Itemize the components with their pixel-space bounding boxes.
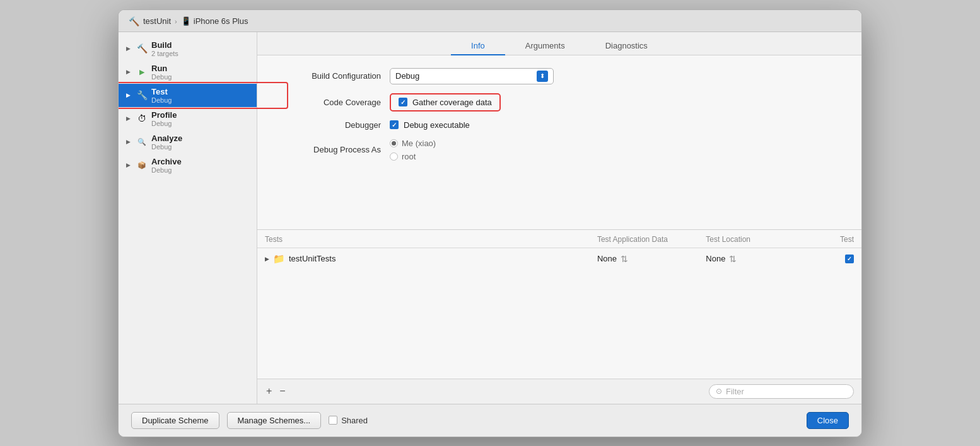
build-icon: 🔨 — [136, 43, 148, 54]
sidebar-item-profile[interactable]: ▶ ⏱ Profile Debug — [119, 107, 257, 130]
gather-coverage-checkbox[interactable] — [399, 98, 407, 106]
test-name-label: testUnitTests — [289, 254, 335, 263]
tab-diagnostics[interactable]: Diagnostics — [585, 37, 668, 55]
table-row: ▶ 📁 testUnitTests None ⇅ — [257, 248, 861, 270]
sidebar-item-sub: 2 targets — [151, 50, 178, 57]
gather-coverage-label: Gather coverage data — [412, 98, 492, 107]
radio-me-row: Me (xiao) — [390, 139, 436, 148]
test-checkbox-cell — [807, 248, 861, 270]
tests-table-body: ▶ 📁 testUnitTests None ⇅ — [257, 248, 861, 270]
device-name: iPhone 6s Plus — [194, 16, 248, 26]
duplicate-scheme-button[interactable]: Duplicate Scheme — [131, 412, 219, 429]
window-footer: Duplicate Scheme Manage Schemes... Share… — [119, 404, 861, 437]
col-test: Test — [807, 230, 861, 248]
scheme-name: testUnit — [143, 16, 171, 26]
profile-icon: ⏱ — [136, 113, 148, 123]
filter-placeholder: Filter — [726, 387, 744, 396]
debugger-label: Debugger — [283, 120, 390, 130]
coverage-highlight-box: Gather coverage data — [390, 93, 501, 112]
app-data-stepper-icon[interactable]: ⇅ — [621, 254, 628, 264]
sidebar-item-text: Archive Debug — [151, 157, 182, 174]
tab-info[interactable]: Info — [451, 37, 505, 55]
sidebar-item-test-wrapper: ▶ 🔧 Test Debug — [119, 84, 257, 107]
filter-input[interactable]: ⊙ Filter — [709, 384, 854, 399]
sidebar-item-text: Analyze Debug — [151, 134, 182, 151]
sidebar-item-analyze[interactable]: ▶ 🔍 Analyze Debug — [119, 130, 257, 154]
sidebar-item-arrow: ▶ — [126, 162, 132, 168]
breadcrumb-chevron: › — [175, 18, 177, 25]
dropdown-arrow-icon: ⬍ — [537, 71, 548, 82]
code-coverage-label: Code Coverage — [283, 98, 390, 107]
debug-process-radio-group: Me (xiao) root — [390, 139, 436, 161]
sidebar-item-text: Profile Debug — [151, 110, 177, 127]
scheme-icon: 🔨 — [129, 16, 139, 26]
build-config-label: Build Configuration — [283, 71, 390, 81]
table-footer: + − ⊙ Filter — [257, 379, 861, 404]
sidebar-item-arrow: ▶ — [126, 69, 132, 75]
scheme-editor-window: 🔨 testUnit › 📱 iPhone 6s Plus ▶ 🔨 Build … — [118, 9, 862, 437]
test-enabled-checkbox[interactable] — [845, 254, 854, 263]
sidebar-item-label: Archive — [151, 157, 182, 166]
col-tests: Tests — [257, 230, 590, 248]
shared-checkbox-row: Shared — [329, 416, 368, 425]
titlebar: 🔨 testUnit › 📱 iPhone 6s Plus — [119, 10, 861, 32]
sidebar-item-label: Profile — [151, 110, 177, 120]
location-stepper-icon[interactable]: ⇅ — [729, 254, 737, 264]
debug-process-row: Debug Process As Me (xiao) root — [283, 139, 836, 161]
radio-root-button[interactable] — [390, 152, 398, 161]
sidebar-item-sub: Debug — [151, 96, 172, 104]
window-body: ▶ 🔨 Build 2 targets ▶ ▶ Run Debug ▶ — [119, 32, 861, 404]
radio-root-label: root — [402, 152, 416, 161]
app-data-value: None — [597, 254, 617, 263]
analyze-icon: 🔍 — [136, 138, 148, 146]
sidebar: ▶ 🔨 Build 2 targets ▶ ▶ Run Debug ▶ — [119, 32, 257, 404]
location-value: None — [706, 254, 725, 263]
tab-bar: Info Arguments Diagnostics — [257, 32, 861, 55]
shared-label: Shared — [341, 416, 368, 425]
shared-checkbox[interactable] — [329, 416, 337, 425]
sidebar-item-text: Test Debug — [151, 87, 172, 104]
close-button[interactable]: Close — [807, 412, 849, 429]
radio-me-button[interactable] — [390, 139, 398, 147]
form-area: Build Configuration Debug ⬍ Code Coverag… — [257, 55, 861, 229]
sidebar-item-text: Build 2 targets — [151, 40, 178, 57]
sidebar-item-arrow: ▶ — [126, 115, 132, 122]
test-row-expand-arrow[interactable]: ▶ — [265, 256, 269, 262]
sidebar-item-label: Build — [151, 40, 178, 50]
add-test-button[interactable]: + — [265, 386, 273, 397]
sidebar-item-text: Run Debug — [151, 64, 172, 81]
sidebar-item-label: Run — [151, 64, 172, 73]
col-location: Test Location — [698, 230, 807, 248]
sidebar-item-label: Test — [151, 87, 172, 96]
manage-schemes-button[interactable]: Manage Schemes... — [227, 412, 322, 429]
test-app-data-cell: None ⇅ — [590, 248, 698, 270]
sidebar-item-build[interactable]: ▶ 🔨 Build 2 targets — [119, 37, 257, 60]
sidebar-item-archive[interactable]: ▶ 📦 Archive Debug — [119, 154, 257, 177]
debugger-row: Debugger Debug executable — [283, 120, 836, 130]
sidebar-item-arrow: ▶ — [126, 139, 132, 145]
tab-arguments[interactable]: Arguments — [505, 37, 585, 55]
build-config-control: Debug ⬍ — [390, 68, 554, 84]
build-config-row: Build Configuration Debug ⬍ — [283, 68, 836, 84]
run-icon: ▶ — [136, 68, 148, 76]
debugger-control: Debug executable — [390, 120, 470, 130]
debug-executable-label: Debug executable — [404, 120, 470, 130]
tests-table-header: Tests Test Application Data Test Locatio… — [257, 230, 861, 248]
sidebar-item-sub: Debug — [151, 120, 177, 127]
test-location-cell: None ⇅ — [698, 248, 807, 270]
build-config-value: Debug — [395, 71, 419, 81]
debug-process-control: Me (xiao) root — [390, 139, 436, 161]
code-coverage-row: Code Coverage Gather coverage data — [283, 93, 836, 112]
folder-icon: 📁 — [273, 253, 285, 265]
radio-me-label: Me (xiao) — [402, 139, 436, 148]
sidebar-item-test[interactable]: ▶ 🔧 Test Debug — [119, 84, 257, 107]
debug-executable-checkbox[interactable] — [390, 120, 399, 129]
sidebar-item-run[interactable]: ▶ ▶ Run Debug — [119, 60, 257, 84]
device-icon: 📱 — [181, 16, 191, 26]
sidebar-item-label: Analyze — [151, 134, 182, 143]
remove-test-button[interactable]: − — [278, 386, 286, 397]
sidebar-item-sub: Debug — [151, 143, 182, 151]
tests-table-container: Tests Test Application Data Test Locatio… — [257, 230, 861, 379]
build-config-dropdown[interactable]: Debug ⬍ — [390, 68, 554, 84]
test-row-name-cell: ▶ 📁 testUnitTests — [257, 248, 590, 270]
